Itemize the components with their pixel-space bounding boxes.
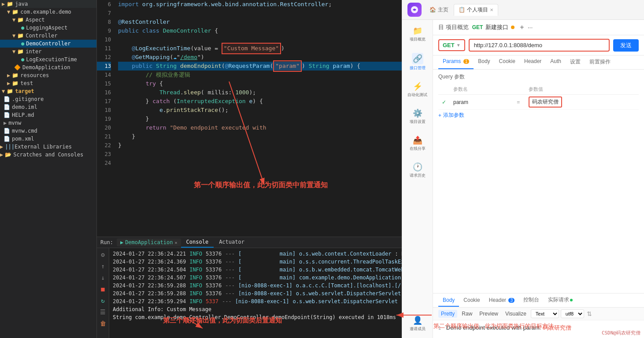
settings-icon[interactable]: ⚙ xyxy=(100,250,106,260)
apifox-panel: 🏠 主页 📋 个人项目 ✕ 📁 项目概览 🔗 接口管理 xyxy=(402,0,644,338)
resp-tab-cookie[interactable]: Cookie xyxy=(459,294,484,307)
tree-item-aspect[interactable]: ▼ 📁 Aspect xyxy=(0,16,96,24)
req-tab-cookie[interactable]: Cookie xyxy=(495,56,520,69)
restart-icon[interactable]: ↻ xyxy=(100,296,106,305)
tree-item-java[interactable]: ▶ 📁 java xyxy=(0,0,96,8)
col-param-name: 参数名 xyxy=(450,84,511,95)
format-visualize[interactable]: Visualize xyxy=(503,310,529,318)
resp-copy-icon[interactable]: ⇅ xyxy=(586,309,593,318)
clear-icon[interactable]: 🗑 xyxy=(99,319,107,328)
apifox-logo xyxy=(407,3,422,17)
req-tab-settings[interactable]: 设置 xyxy=(566,56,585,69)
resp-tab-console[interactable]: 控制台 xyxy=(519,293,544,307)
encoding-select[interactable]: utf8 xyxy=(561,309,584,318)
code-editor[interactable]: import org.springframework.web.bind.anno… xyxy=(115,0,402,237)
tree-item-demoapplication[interactable]: 🔶 DemoApplication xyxy=(0,63,96,71)
apifox-tabs: 🏠 主页 📋 个人项目 ✕ xyxy=(425,4,639,16)
console-line-2: 2024-01-27 22:36:24.369 INFO 53376 --- [… xyxy=(113,258,398,266)
col-param-value: 参数值 xyxy=(525,84,639,95)
send-button[interactable]: 发送 xyxy=(613,39,639,52)
filter-icon[interactable]: ☰ xyxy=(99,307,107,317)
response-toolbar: Pretty Raw Preview Visualize Text JSON u… xyxy=(433,308,644,320)
endpoint-dot xyxy=(511,26,514,29)
more-button[interactable]: ··· xyxy=(528,24,533,31)
resp-tab-body[interactable]: Body xyxy=(438,294,459,307)
tree-item-ext-lib[interactable]: ▶ ||| External Libraries xyxy=(0,143,96,151)
tab-personal-project[interactable]: 📋 个人项目 ✕ xyxy=(454,4,498,16)
tab-close-icon[interactable]: ✕ xyxy=(490,7,493,12)
format-pretty[interactable]: Pretty xyxy=(438,310,457,318)
req-tab-auth[interactable]: Auth xyxy=(546,56,566,69)
text-format-select[interactable]: Text JSON xyxy=(531,309,559,318)
run-app-button[interactable]: ▶ DemoApplication ✕ xyxy=(117,238,181,246)
console-additional: Additional Info: Custom Message xyxy=(113,305,398,313)
console-line-4: 2024-01-27 22:36:24.507 INFO 53376 --- [… xyxy=(113,274,398,282)
sidebar-nav-history[interactable]: 🕐 请求历史 xyxy=(407,160,428,181)
tree-item-resources[interactable]: ▶ 📁 resources xyxy=(0,71,96,79)
response-tabs: Body Cookie Header 3 控制台 实际请求 xyxy=(433,293,644,308)
run-label: Run: xyxy=(100,239,113,245)
tree-item-mvnw-cmd[interactable]: 📄 mvnw.cmd xyxy=(0,127,96,135)
resp-tab-header[interactable]: Header 3 xyxy=(485,294,519,307)
bottom-tab-bar: Run: ▶ DemoApplication ✕ Console Actuato… xyxy=(97,237,402,248)
method-select[interactable]: GET ▼ xyxy=(438,39,465,51)
sidebar-nav-automation[interactable]: ⚡ 自动化测试 xyxy=(405,79,430,100)
tab-console[interactable]: Console xyxy=(181,237,214,248)
project-overview-btn[interactable]: 目 项目概览 xyxy=(438,23,469,31)
resp-tab-actual[interactable]: 实际请求 xyxy=(544,293,577,307)
param-check: ✓ xyxy=(442,99,446,105)
apifox-toolbar: 目 项目概览 GET 新建接口 + ··· xyxy=(433,20,644,35)
format-preview[interactable]: Preview xyxy=(477,310,501,318)
console-line-1: 2024-01-27 22:36:24.221 INFO 53376 --- [… xyxy=(113,250,398,258)
tree-item-demo-iml[interactable]: 📄 demo.iml xyxy=(0,103,96,111)
sidebar-nav-invite[interactable]: 👤 邀请成员 xyxy=(407,313,428,334)
sidebar-nav-settings[interactable]: ⚙️ 项目设置 xyxy=(407,106,428,127)
query-params-title: Query 参数 xyxy=(438,73,639,81)
new-endpoint-label: GET 新建接口 xyxy=(472,23,515,31)
param-row-1: ✓ param = 码农研究僧 xyxy=(438,95,639,110)
add-param-button[interactable]: + 添加参数 xyxy=(438,110,639,121)
tab-actuator[interactable]: Actuator xyxy=(214,237,250,248)
url-bar: GET ▼ 发送 xyxy=(433,35,644,56)
format-raw[interactable]: Raw xyxy=(459,310,475,318)
tree-item-pom-xml[interactable]: 📄 pom.xml xyxy=(0,135,96,143)
console-line-7: 2024-01-27 22:36:59.294 INFO 5337 --- [n… xyxy=(113,297,398,305)
console-tools: ⚙ ↑ ↓ ■ ↻ ☰ 🗑 xyxy=(97,248,109,338)
response-body: 1 Demo endpoint executed with param: 码农研… xyxy=(433,320,644,338)
response-section: Body Cookie Header 3 控制台 实际请求 Pretty Raw… xyxy=(433,293,644,338)
params-section: Query 参数 参数名 参数值 ✓ xyxy=(433,70,644,293)
tree-item-mvnw[interactable]: ▶ mvnw xyxy=(0,119,96,127)
req-tab-pre-op[interactable]: 前置操作 xyxy=(585,56,615,69)
req-tab-params[interactable]: Params 1 xyxy=(438,56,474,69)
stop-icon[interactable]: ■ xyxy=(100,284,106,294)
scroll-up-icon[interactable]: ↑ xyxy=(100,261,106,271)
tree-item-test[interactable]: ▶ 📁 test xyxy=(0,79,96,87)
tree-item-inter[interactable]: ▼ 📁 inter xyxy=(0,48,96,56)
line-numbers: 6 7 8 9 10 11 12 13 14 15 16 17 18 19 20… xyxy=(97,0,115,237)
tree-item-target[interactable]: ▼ 📁 target xyxy=(0,87,96,95)
url-input[interactable] xyxy=(469,39,610,52)
console-string-log: String com.example.demo.Controller.DemoC… xyxy=(113,313,398,321)
sidebar-nav-interface[interactable]: 🔗 接口管理 xyxy=(407,50,428,74)
apifox-header: 🏠 主页 📋 个人项目 ✕ xyxy=(402,0,644,20)
tree-item-help-md[interactable]: 📄 HELP.md xyxy=(0,111,96,119)
console-line-3: 2024-01-27 22:36:24.504 INFO 53376 --- [… xyxy=(113,266,398,274)
tree-item-controller[interactable]: ▼ 📁 Controller xyxy=(0,32,96,40)
sidebar-nav-project[interactable]: 📁 项目概览 xyxy=(407,23,428,45)
sidebar-nav-share[interactable]: 📤 在线分享 xyxy=(407,133,428,154)
plus-button[interactable]: + xyxy=(520,23,524,31)
tab-home[interactable]: 🏠 主页 xyxy=(425,4,453,15)
tree-item-gitignore[interactable]: 📄 .gitignore xyxy=(0,95,96,103)
req-tab-body[interactable]: Body xyxy=(474,56,494,69)
apifox-sidebar: 📁 项目概览 🔗 接口管理 ⚡ 自动化测试 ⚙️ 项目设置 📤 在线分 xyxy=(402,20,433,338)
scroll-down-icon[interactable]: ↓ xyxy=(100,273,106,282)
apifox-content: 目 项目概览 GET 新建接口 + ··· GET ▼ xyxy=(433,20,644,338)
param-value-box[interactable]: 码农研究僧 xyxy=(529,97,562,108)
req-tab-header[interactable]: Header xyxy=(520,56,546,69)
tree-item-democontroller[interactable]: ● DemoController xyxy=(0,40,96,48)
params-table: 参数名 参数值 ✓ param = 码农研究僧 xyxy=(438,84,639,110)
tree-item-scratches[interactable]: ▶ 📂 Scratches and Consoles xyxy=(0,151,96,159)
tree-item-logexecutiontime[interactable]: ● LogExecutionTime xyxy=(0,56,96,63)
tree-item-loggingaspect[interactable]: ● LoggingAspect xyxy=(0,24,96,32)
tree-item-com[interactable]: ▼ 📁 com.example.demo xyxy=(0,8,96,16)
